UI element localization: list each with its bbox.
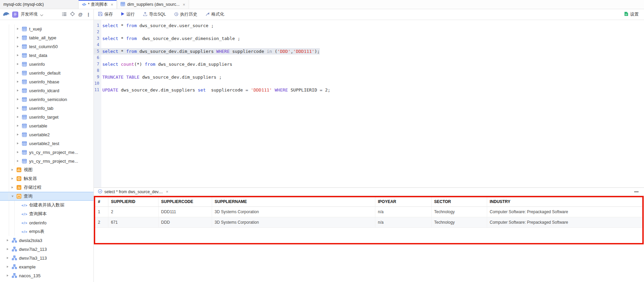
tab-dim-suppliers[interactable]: dim_suppliers (dws_sourc... ×: [117, 0, 189, 9]
result-cell[interactable]: 2: [95, 217, 108, 227]
expand-arrow-icon[interactable]: [12, 196, 16, 197]
tree-item[interactable]: [0, 280, 94, 282]
result-cell[interactable]: 3D Systems Corporation: [212, 217, 375, 227]
results-column-header[interactable]: #: [95, 197, 108, 206]
format-button[interactable]: 格式化: [205, 12, 224, 17]
tree-item[interactable]: dwsla2tola3: [0, 236, 94, 245]
tree-item[interactable]: usertable2: [0, 130, 94, 139]
tree-item[interactable]: userinfo_default: [0, 68, 94, 77]
close-icon[interactable]: ×: [111, 2, 113, 7]
results-column-header[interactable]: INDUSTRY: [487, 197, 642, 206]
tab-query-script[interactable]: </> * 查询脚本 ×: [79, 0, 117, 9]
expand-arrow-icon[interactable]: [17, 116, 22, 118]
code-line[interactable]: 1select * from dws_source_dev.user_sourc…: [94, 22, 644, 29]
at-icon[interactable]: @: [78, 12, 83, 17]
expand-arrow-icon[interactable]: [17, 134, 22, 136]
minimize-panel-icon[interactable]: [634, 192, 639, 192]
save-button[interactable]: 保存: [98, 12, 113, 17]
result-cell[interactable]: Computer Software: Prepackaged Software: [487, 206, 642, 217]
code-line[interactable]: 11UPDATE dws_source_dev.dim_suppliers se…: [94, 87, 644, 93]
expand-arrow-icon[interactable]: [7, 266, 12, 268]
code-line[interactable]: 2: [94, 29, 644, 35]
close-icon[interactable]: ×: [166, 189, 169, 194]
expand-arrow-icon[interactable]: [17, 28, 22, 30]
expand-arrow-icon[interactable]: [12, 178, 16, 180]
tree-item[interactable]: userinfo: [0, 60, 94, 68]
tree-item[interactable]: userinfo_semicolon: [0, 95, 94, 104]
code-line[interactable]: 10: [94, 80, 644, 87]
expand-arrow-icon[interactable]: [17, 151, 22, 153]
result-cell[interactable]: Technology: [431, 217, 487, 227]
expand-arrow-icon[interactable]: [7, 257, 12, 259]
tree-item[interactable]: dwsv7la3_113: [0, 254, 94, 262]
tree-item[interactable]: userinfo_idcard: [0, 86, 94, 95]
code-line[interactable]: 5select * from dws_source_dev.dim_suppli…: [94, 48, 644, 55]
export-sql-button[interactable]: 导出SQL: [143, 12, 166, 17]
results-column-header[interactable]: SUPPLIERCODE: [158, 197, 212, 206]
tree-item[interactable]: dwsv7la2_113: [0, 245, 94, 254]
tree-item[interactable]: ys_cy_rms_project_me...: [0, 148, 94, 157]
results-column-header[interactable]: SUPPLIERID: [108, 197, 158, 206]
expand-arrow-icon[interactable]: [7, 275, 12, 277]
settings-button[interactable]: 设置: [624, 12, 639, 17]
result-row[interactable]: 12DDD1113D Systems Corporationn/aTechnol…: [95, 206, 642, 217]
run-button[interactable]: 运行: [121, 12, 135, 17]
list-icon[interactable]: [62, 12, 67, 18]
tree-item[interactable]: </>emps表: [0, 227, 94, 236]
results-column-header[interactable]: SUPPLIERNAME: [212, 197, 375, 206]
tree-item[interactable]: test_column50: [0, 42, 94, 51]
expand-arrow-icon[interactable]: [17, 63, 22, 65]
tree-item[interactable]: userinfo_tab: [0, 104, 94, 113]
tree-item[interactable]: test_data: [0, 51, 94, 60]
code-line[interactable]: 7select count(*) from dws_source_dev.dim…: [94, 61, 644, 67]
sql-editor[interactable]: 1select * from dws_source_dev.user_sourc…: [94, 20, 644, 187]
result-cell[interactable]: DDD: [158, 217, 212, 227]
expand-arrow-icon[interactable]: [17, 45, 22, 47]
code-line[interactable]: 4: [94, 42, 644, 48]
result-cell[interactable]: 1: [95, 206, 108, 217]
tree-item[interactable]: nacos_135: [0, 271, 94, 280]
expand-arrow-icon[interactable]: [17, 72, 22, 74]
code-line[interactable]: 9TRUNCATE TABLE dws_source_dev.dim_suppl…: [94, 74, 644, 80]
kebab-menu-icon[interactable]: ⋮: [86, 12, 91, 17]
result-cell[interactable]: Technology: [431, 206, 487, 217]
expand-arrow-icon[interactable]: [12, 169, 16, 171]
expand-arrow-icon[interactable]: [17, 142, 22, 144]
code-line[interactable]: 8: [94, 67, 644, 74]
expand-arrow-icon[interactable]: [17, 98, 22, 100]
expand-arrow-icon[interactable]: [17, 160, 22, 162]
tree-item[interactable]: 查询: [0, 192, 94, 201]
expand-arrow-icon[interactable]: [17, 125, 22, 127]
result-cell[interactable]: Computer Software: Prepackaged Software: [487, 217, 642, 227]
environment-selector[interactable]: 开发环境: [21, 12, 38, 17]
close-icon[interactable]: ×: [183, 2, 185, 7]
tree-item[interactable]: example: [0, 262, 94, 271]
expand-arrow-icon[interactable]: [7, 239, 12, 241]
tree-item[interactable]: 触发器: [0, 174, 94, 183]
expand-arrow-icon[interactable]: [17, 89, 22, 92]
result-cell[interactable]: 3D Systems Corporation: [212, 206, 375, 217]
result-cell[interactable]: n/a: [375, 206, 431, 217]
tree-item[interactable]: fx存储过程: [0, 183, 94, 192]
result-cell[interactable]: 2: [108, 206, 158, 217]
tree-item[interactable]: </>查询脚本: [0, 209, 94, 218]
result-cell[interactable]: 671: [108, 217, 158, 227]
tree-item[interactable]: </>创建表并插入数据: [0, 201, 94, 209]
chevron-down-icon[interactable]: [40, 12, 43, 18]
expand-arrow-icon[interactable]: [17, 81, 22, 83]
results-column-header[interactable]: IPOYEAR: [375, 197, 431, 206]
result-cell[interactable]: DDD111: [158, 206, 212, 217]
code-line[interactable]: 3select * from dws_source_dev.user_dimen…: [94, 35, 644, 42]
result-cell[interactable]: n/a: [375, 217, 431, 227]
code-line[interactable]: 6: [94, 55, 644, 61]
result-row[interactable]: 2671DDD3D Systems Corporationn/aTechnolo…: [95, 217, 642, 227]
results-tab[interactable]: select * from dws_source_dev.... ×: [98, 189, 168, 195]
expand-arrow-icon[interactable]: [17, 54, 22, 56]
tree-item[interactable]: </>orderinfo: [0, 218, 94, 227]
history-button[interactable]: 执行历史: [174, 12, 197, 17]
tree-item[interactable]: 视图: [0, 165, 94, 174]
tree-item[interactable]: usertable: [0, 121, 94, 130]
expand-arrow-icon[interactable]: [17, 107, 22, 109]
tree-item[interactable]: userinfo_target: [0, 113, 94, 121]
tree-item[interactable]: usertable2_test: [0, 139, 94, 148]
